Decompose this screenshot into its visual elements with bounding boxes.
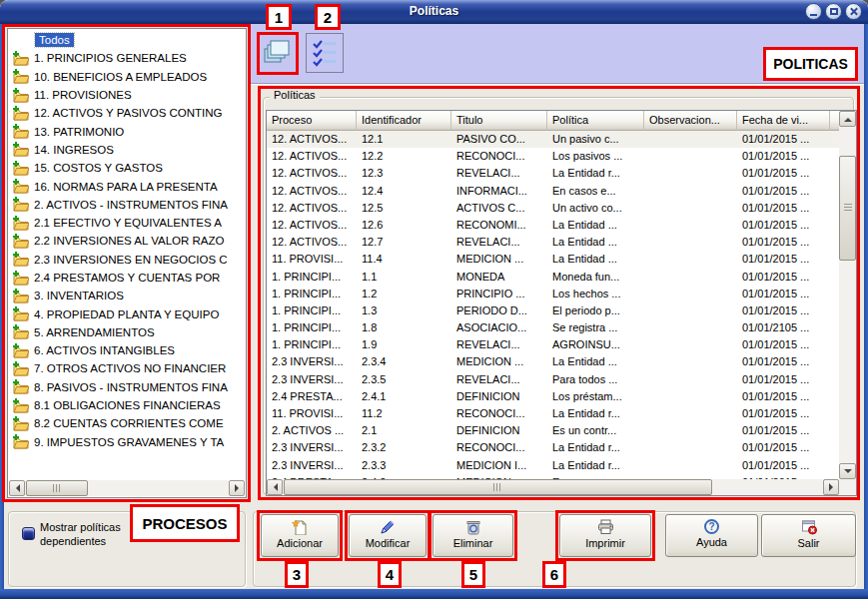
cell-politica: La Entidad ... xyxy=(547,234,644,251)
folder-plus-icon xyxy=(12,289,29,303)
table-row[interactable]: 2.3 INVERSI... 2.3.4 MEDICION ... La Ent… xyxy=(267,353,839,370)
cell-observacion xyxy=(644,234,737,251)
table-header: ProcesoIdentificadorTituloPolíticaObserv… xyxy=(267,111,839,131)
scrollbar-corner xyxy=(839,479,856,495)
table-hscrollbar[interactable] xyxy=(267,479,839,495)
table-row[interactable]: 2.3 INVERSI... 2.3.5 REVELACI... Para to… xyxy=(267,371,839,388)
ayuda-button[interactable]: ? Ayuda xyxy=(665,514,758,557)
tree-item[interactable]: 4. PROPIEDAD PLANTA Y EQUIPO xyxy=(9,304,245,322)
table-row[interactable]: 1. PRINCIPI... 1.8 ASOCIACIO... Se regis… xyxy=(267,319,839,336)
cell-proceso: 2.4 PRESTA... xyxy=(267,388,357,405)
scroll-up-button[interactable] xyxy=(839,111,856,127)
modificar-button[interactable]: Modificar xyxy=(349,514,427,557)
tree-hscrollbar[interactable] xyxy=(9,480,245,496)
column-header[interactable]: Política xyxy=(547,111,644,131)
eliminar-button[interactable]: Eliminar xyxy=(433,514,513,557)
folder-plus-icon xyxy=(12,306,29,321)
table-row[interactable]: 12. ACTIVOS... 12.7 REVELACI... La Entid… xyxy=(267,234,839,251)
exit-icon xyxy=(801,519,817,535)
column-header[interactable]: Titulo xyxy=(451,111,547,131)
tree-item[interactable]: 3. INVENTARIOS xyxy=(9,287,245,304)
cell-observacion xyxy=(644,183,737,200)
tree-item[interactable]: 2.3 INVERSIONES EN NEGOCIOS C xyxy=(9,251,245,269)
table-row[interactable]: 2.3 INVERSI... 2.3.3 MEDICION I... La En… xyxy=(267,457,839,474)
tree-item[interactable]: 10. BENEFICIOS A EMPLEADOS xyxy=(9,68,245,86)
cell-titulo: PRINCIPIO ... xyxy=(451,286,547,302)
tree-item[interactable]: 11. PROVISIONES xyxy=(9,86,245,104)
table-row[interactable]: 12. ACTIVOS... 12.6 RECONOMI... La Entid… xyxy=(267,217,839,234)
salir-button[interactable]: Salir xyxy=(761,514,856,557)
tree-item[interactable]: 7. OTROS ACTIVOS NO FINANCIER xyxy=(9,359,245,377)
tree-item[interactable]: 1. PRINCIPIOS GENERALES xyxy=(9,49,245,67)
table-vscrollbar[interactable] xyxy=(839,111,856,479)
tree-item[interactable]: 14. INGRESOS xyxy=(9,141,245,159)
policies-table: ProcesoIdentificadorTituloPolíticaObserv… xyxy=(266,110,857,496)
table-row[interactable]: 12. ACTIVOS... 12.4 INFORMACI... En caso… xyxy=(267,183,839,200)
tree-item[interactable]: 2. ACTIVOS - INSTRUMENTOS FINA xyxy=(9,196,245,214)
table-row[interactable]: 1. PRINCIPI... 1.9 REVELACI... AGROINSU.… xyxy=(267,336,839,353)
tree-item[interactable]: 13. PATRIMONIO xyxy=(9,122,245,140)
column-header[interactable]: Proceso xyxy=(267,111,357,131)
copy-policies-button[interactable] xyxy=(262,37,294,73)
table-row[interactable]: 1. PRINCIPI... 1.1 MONEDA Moneda fun... … xyxy=(267,269,839,286)
table-row[interactable]: 11. PROVISI... 11.2 RECONOCI... La Entid… xyxy=(267,405,839,422)
scroll-thumb[interactable] xyxy=(839,156,856,261)
scroll-right-button[interactable] xyxy=(823,479,839,495)
folder-plus-icon xyxy=(12,398,29,413)
scroll-right-button[interactable] xyxy=(229,480,245,496)
table-row[interactable]: 11. PROVISI... 11.4 MEDICION ... La Enti… xyxy=(267,251,839,268)
cell-proceso: 12. ACTIVOS... xyxy=(267,200,357,217)
close-button[interactable] xyxy=(845,3,862,20)
cell-fecha: 01/01/2105 ... xyxy=(737,319,830,336)
cell-observacion xyxy=(644,269,737,286)
tree-item[interactable]: 9. IMPUESTOS GRAVAMENES Y TA xyxy=(9,433,245,451)
maximize-button[interactable] xyxy=(825,3,842,20)
tree-item[interactable]: 15. COSTOS Y GASTOS xyxy=(9,159,245,177)
table-row[interactable]: 2.3 INVERSI... 2.3.2 RECONOCI... La Enti… xyxy=(267,439,839,456)
scroll-left-button[interactable] xyxy=(267,479,283,495)
tree-item[interactable]: 5. ARRENDAMIENTOS xyxy=(9,323,245,341)
tree-item[interactable]: 8. PASIVOS - INSTRUMENTOS FINA xyxy=(9,378,245,396)
tree-item[interactable]: 2.2 INVERSIONES AL VALOR RAZO xyxy=(9,232,245,250)
cell-titulo: ACTIVOS C... xyxy=(451,200,547,217)
column-header[interactable]: Observacion... xyxy=(644,111,737,131)
imprimir-button[interactable]: Imprimir xyxy=(559,514,651,557)
cell-observacion xyxy=(644,251,737,268)
table-row[interactable]: 12. ACTIVOS... 12.1 PASIVO CO... Un pasi… xyxy=(267,131,839,148)
cell-identificador: 1.1 xyxy=(357,269,451,286)
cell-titulo: REVELACI... xyxy=(451,371,547,388)
tree-item[interactable]: 8.1 OBLIGACIONES FINANCIERAS xyxy=(9,396,245,414)
show-dependent-policies-checkbox[interactable] xyxy=(22,527,35,540)
tree-item[interactable]: 2.1 EFECTIVO Y EQUIVALENTES A xyxy=(9,214,245,232)
table-row[interactable]: 12. ACTIVOS... 12.5 ACTIVOS C... Un acti… xyxy=(267,200,839,217)
cell-titulo: RECONOMI... xyxy=(451,217,547,234)
cell-identificador: 2.3.4 xyxy=(357,353,451,370)
folder-plus-icon xyxy=(12,124,29,139)
table-row[interactable]: 2.4 PRESTA... 2.4.1 DEFINICION Los prést… xyxy=(267,388,839,405)
tree-item-todos[interactable]: Todos xyxy=(9,31,245,49)
table-row[interactable]: 12. ACTIVOS... 12.2 RECONOCI... Los pasi… xyxy=(267,148,839,165)
tree-item[interactable]: 2.4 PRESTAMOS Y CUENTAS POR xyxy=(9,269,245,287)
scroll-thumb[interactable] xyxy=(284,479,712,495)
table-row[interactable]: 2. ACTIVOS ... 2.1 DEFINICION Es un cont… xyxy=(267,422,839,439)
folder-plus-icon xyxy=(12,324,29,339)
tree-item[interactable]: 8.2 CUENTAS CORRIENTES COME xyxy=(9,414,245,432)
scroll-left-button[interactable] xyxy=(9,480,25,496)
cell-observacion xyxy=(644,336,737,353)
table-row[interactable]: 12. ACTIVOS... 12.3 REVELACI... La Entid… xyxy=(267,165,839,182)
tree-item[interactable]: 12. ACTIVOS Y PASIVOS CONTING xyxy=(9,104,245,122)
scroll-down-button[interactable] xyxy=(839,463,856,479)
minimize-button[interactable] xyxy=(805,3,822,20)
tree-item[interactable]: 6. ACTIVOS INTANGIBLES xyxy=(9,341,245,359)
column-header[interactable]: Identificador xyxy=(357,111,451,131)
tree-item[interactable]: 16. NORMAS PARA LA PRESENTA xyxy=(9,177,245,195)
scroll-thumb[interactable] xyxy=(26,480,88,496)
table-row[interactable]: 1. PRINCIPI... 1.2 PRINCIPIO ... Los hec… xyxy=(267,286,839,302)
table-row[interactable]: 1. PRINCIPI... 1.3 PERIODO D... El perio… xyxy=(267,302,839,319)
column-header[interactable]: Fecha de vi... xyxy=(737,111,830,131)
checklist-button[interactable] xyxy=(306,33,344,73)
folder-plus-icon xyxy=(12,234,29,249)
cell-proceso: 12. ACTIVOS... xyxy=(267,131,357,148)
adicionar-button[interactable]: Adicionar xyxy=(261,514,339,557)
cell-identificador: 2.3.3 xyxy=(357,457,451,474)
